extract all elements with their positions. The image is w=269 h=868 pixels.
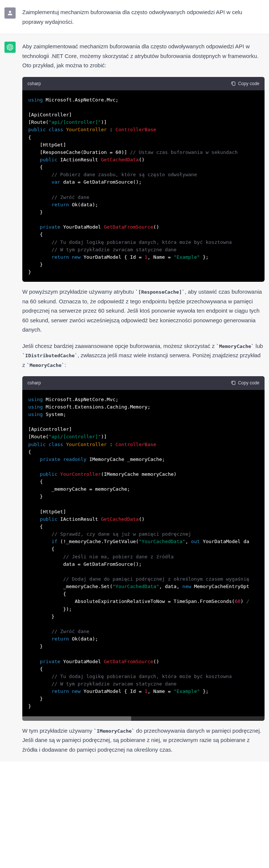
code-block-1: csharp Copy code using Microsoft.AspNetC… (22, 77, 265, 282)
assistant-avatar (4, 42, 16, 53)
person-icon (7, 10, 13, 16)
inline-code: `IMemoryCache` (94, 728, 135, 734)
code-lang-label: csharp (27, 80, 41, 87)
svg-rect-1 (232, 381, 235, 385)
paragraph-3: Jeśli chcesz bardziej zaawansowane opcje… (22, 341, 265, 370)
svg-rect-0 (232, 82, 235, 85)
user-avatar (4, 7, 16, 19)
horizontal-scrollbar[interactable] (22, 716, 265, 721)
paragraph-2: W powyższym przykładzie używamy atrybutu… (22, 287, 265, 335)
copy-label: Copy code (238, 379, 259, 387)
inline-code: `MemoryCache` (27, 362, 65, 368)
user-message: Zaimplementuj mechanizm buforowania dla … (0, 0, 269, 34)
inline-code: `[ResponseCache]` (135, 289, 185, 295)
code-block-2: csharp Copy code using Microsoft.AspNetC… (22, 376, 265, 720)
copy-label: Copy code (238, 80, 259, 87)
scrollbar-thumb[interactable] (22, 716, 131, 721)
intro-paragraph: Aby zaimplementować mechanizm buforowani… (22, 42, 265, 70)
clipboard-icon (231, 380, 236, 385)
user-content: Zaimplementuj mechanizm buforowania dla … (22, 7, 265, 26)
assistant-content: Aby zaimplementować mechanizm buforowani… (22, 42, 265, 754)
copy-code-button[interactable]: Copy code (231, 379, 259, 387)
code-header: csharp Copy code (22, 77, 265, 90)
paragraph-4: W tym przykładzie używamy `IMemoryCache`… (22, 726, 265, 755)
user-text: Zaimplementuj mechanizm buforowania dla … (22, 7, 265, 26)
code-lang-label: csharp (27, 379, 41, 387)
inline-code: `IDistributedCache` (22, 353, 78, 358)
clipboard-icon (231, 81, 236, 86)
assistant-message: Aby zaimplementować mechanizm buforowani… (0, 34, 269, 762)
openai-icon (7, 44, 13, 51)
inline-code: `MemoryCache` (216, 343, 254, 349)
copy-code-button[interactable]: Copy code (231, 80, 259, 87)
code-body[interactable]: using Microsoft.AspNetCore.Mvc; using Mi… (22, 390, 265, 716)
code-header: csharp Copy code (22, 376, 265, 390)
code-body[interactable]: using Microsoft.AspNetCore.Mvc; [ApiCont… (22, 90, 265, 282)
